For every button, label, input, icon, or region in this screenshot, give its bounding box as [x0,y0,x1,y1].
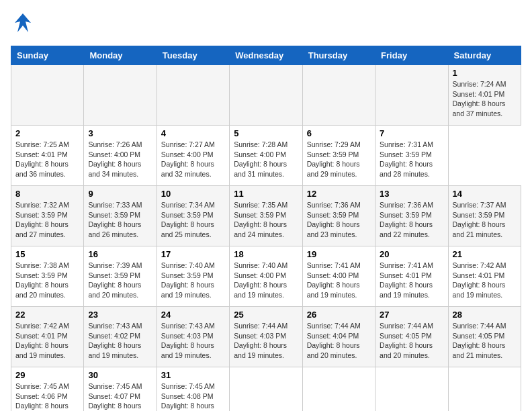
calendar-day-cell: 19Sunrise: 7:41 AMSunset: 4:00 PMDayligh… [302,246,375,307]
logo [11,11,38,39]
day-info: Sunrise: 7:45 AMSunset: 4:08 PMDaylight:… [161,381,225,411]
svg-marker-0 [15,13,31,32]
day-number: 14 [453,189,517,199]
calendar-day-cell: 6Sunrise: 7:29 AMSunset: 3:59 PMDaylight… [302,126,375,186]
day-number: 25 [234,310,298,320]
calendar-day-cell: 11Sunrise: 7:35 AMSunset: 3:59 PMDayligh… [230,186,302,246]
calendar-day-cell: 24Sunrise: 7:43 AMSunset: 4:03 PMDayligh… [157,307,229,367]
day-number: 16 [88,249,152,259]
calendar-day-cell: 20Sunrise: 7:41 AMSunset: 4:01 PMDayligh… [375,246,448,307]
calendar-day-cell: 15Sunrise: 7:38 AMSunset: 3:59 PMDayligh… [11,246,84,307]
day-number: 6 [307,128,371,138]
day-number: 31 [161,370,225,380]
header [11,11,521,39]
day-info: Sunrise: 7:44 AMSunset: 4:05 PMDaylight:… [380,321,443,361]
day-number: 18 [234,249,298,259]
calendar-day-cell: 25Sunrise: 7:44 AMSunset: 4:03 PMDayligh… [230,307,302,367]
day-number: 20 [380,249,443,259]
calendar-day-cell: 16Sunrise: 7:39 AMSunset: 3:59 PMDayligh… [84,246,157,307]
day-info: Sunrise: 7:36 AMSunset: 3:59 PMDaylight:… [307,200,371,240]
calendar-week-row: 15Sunrise: 7:38 AMSunset: 3:59 PMDayligh… [11,246,521,307]
day-number: 9 [88,189,152,199]
logo-bird-icon [11,11,35,39]
day-info: Sunrise: 7:45 AMSunset: 4:06 PMDaylight:… [15,381,79,411]
day-info: Sunrise: 7:44 AMSunset: 4:04 PMDaylight:… [307,321,371,361]
day-info: Sunrise: 7:31 AMSunset: 3:59 PMDaylight:… [380,140,443,179]
calendar-day-cell: 14Sunrise: 7:37 AMSunset: 3:59 PMDayligh… [448,186,521,246]
day-of-week-header: Friday [375,46,448,65]
calendar-day-cell [375,367,448,412]
day-info: Sunrise: 7:43 AMSunset: 4:03 PMDaylight:… [161,321,225,361]
day-of-week-header: Monday [84,46,157,65]
day-info: Sunrise: 7:32 AMSunset: 3:59 PMDaylight:… [15,200,79,240]
day-number: 7 [380,128,443,138]
calendar-day-cell: 4Sunrise: 7:27 AMSunset: 4:00 PMDaylight… [157,126,229,186]
day-info: Sunrise: 7:36 AMSunset: 3:59 PMDaylight:… [380,200,443,240]
day-number: 1 [453,68,517,78]
calendar-day-cell: 17Sunrise: 7:40 AMSunset: 3:59 PMDayligh… [157,246,229,307]
day-info: Sunrise: 7:42 AMSunset: 4:01 PMDaylight:… [15,321,79,361]
calendar-day-cell [230,65,302,126]
day-info: Sunrise: 7:38 AMSunset: 3:59 PMDaylight:… [15,261,79,300]
day-number: 12 [307,189,371,199]
day-info: Sunrise: 7:35 AMSunset: 3:59 PMDaylight:… [234,200,298,240]
calendar-day-cell: 2Sunrise: 7:25 AMSunset: 4:01 PMDaylight… [11,126,84,186]
day-info: Sunrise: 7:24 AMSunset: 4:01 PMDaylight:… [453,79,517,119]
calendar-day-cell [157,65,229,126]
day-number: 24 [161,310,225,320]
day-number: 23 [88,310,152,320]
day-info: Sunrise: 7:41 AMSunset: 4:00 PMDaylight:… [307,261,371,300]
day-info: Sunrise: 7:44 AMSunset: 4:05 PMDaylight:… [453,321,517,361]
calendar-week-row: 8Sunrise: 7:32 AMSunset: 3:59 PMDaylight… [11,186,521,246]
day-info: Sunrise: 7:27 AMSunset: 4:00 PMDaylight:… [161,140,225,179]
day-of-week-header: Wednesday [230,46,302,65]
day-number: 11 [234,189,298,199]
day-number: 19 [307,249,371,259]
day-info: Sunrise: 7:34 AMSunset: 3:59 PMDaylight:… [161,200,225,240]
day-info: Sunrise: 7:29 AMSunset: 3:59 PMDaylight:… [307,140,371,179]
day-info: Sunrise: 7:28 AMSunset: 4:00 PMDaylight:… [234,140,298,179]
day-info: Sunrise: 7:41 AMSunset: 4:01 PMDaylight:… [380,261,443,300]
calendar-day-cell: 21Sunrise: 7:42 AMSunset: 4:01 PMDayligh… [448,246,521,307]
calendar-day-cell: 29Sunrise: 7:45 AMSunset: 4:06 PMDayligh… [11,367,84,412]
calendar-week-row: 22Sunrise: 7:42 AMSunset: 4:01 PMDayligh… [11,307,521,367]
calendar-day-cell: 31Sunrise: 7:45 AMSunset: 4:08 PMDayligh… [157,367,229,412]
day-number: 15 [15,249,79,259]
calendar-week-row: 29Sunrise: 7:45 AMSunset: 4:06 PMDayligh… [11,367,521,412]
calendar-day-cell: 9Sunrise: 7:33 AMSunset: 3:59 PMDaylight… [84,186,157,246]
day-info: Sunrise: 7:44 AMSunset: 4:03 PMDaylight:… [234,321,298,361]
day-info: Sunrise: 7:40 AMSunset: 3:59 PMDaylight:… [161,261,225,300]
calendar-day-cell [11,65,84,126]
day-info: Sunrise: 7:42 AMSunset: 4:01 PMDaylight:… [453,261,517,300]
calendar-day-cell: 30Sunrise: 7:45 AMSunset: 4:07 PMDayligh… [84,367,157,412]
calendar-day-cell: 26Sunrise: 7:44 AMSunset: 4:04 PMDayligh… [302,307,375,367]
calendar-day-cell: 3Sunrise: 7:26 AMSunset: 4:00 PMDaylight… [84,126,157,186]
day-info: Sunrise: 7:37 AMSunset: 3:59 PMDaylight:… [453,200,517,240]
day-number: 29 [15,370,79,380]
day-number: 4 [161,128,225,138]
day-number: 2 [15,128,79,138]
calendar-day-cell: 28Sunrise: 7:44 AMSunset: 4:05 PMDayligh… [448,307,521,367]
day-number: 3 [88,128,152,138]
calendar-week-row: 1Sunrise: 7:24 AMSunset: 4:01 PMDaylight… [11,65,521,126]
calendar-day-cell [302,65,375,126]
calendar-day-cell: 23Sunrise: 7:43 AMSunset: 4:02 PMDayligh… [84,307,157,367]
calendar-day-cell [448,367,521,412]
calendar-day-cell: 1Sunrise: 7:24 AMSunset: 4:01 PMDaylight… [448,65,521,126]
calendar-day-cell: 5Sunrise: 7:28 AMSunset: 4:00 PMDaylight… [230,126,302,186]
day-of-week-header: Sunday [11,46,84,65]
calendar-table: SundayMondayTuesdayWednesdayThursdayFrid… [11,46,521,411]
day-info: Sunrise: 7:40 AMSunset: 4:00 PMDaylight:… [234,261,298,300]
day-info: Sunrise: 7:26 AMSunset: 4:00 PMDaylight:… [88,140,152,179]
calendar-day-cell: 27Sunrise: 7:44 AMSunset: 4:05 PMDayligh… [375,307,448,367]
day-info: Sunrise: 7:39 AMSunset: 3:59 PMDaylight:… [88,261,152,300]
day-number: 28 [453,310,517,320]
day-number: 13 [380,189,443,199]
day-number: 22 [15,310,79,320]
calendar-day-cell: 18Sunrise: 7:40 AMSunset: 4:00 PMDayligh… [230,246,302,307]
day-of-week-header: Saturday [448,46,521,65]
day-number: 5 [234,128,298,138]
calendar-day-cell: 22Sunrise: 7:42 AMSunset: 4:01 PMDayligh… [11,307,84,367]
day-number: 26 [307,310,371,320]
calendar-day-cell [84,65,157,126]
